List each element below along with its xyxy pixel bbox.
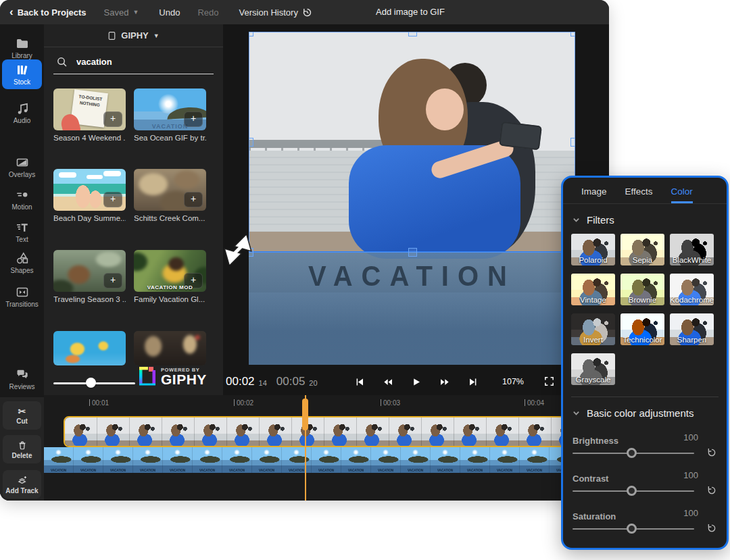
adjustments-section-header[interactable]: Basic color adjustments: [563, 397, 727, 426]
filter-sharpen[interactable]: Sharpen: [670, 313, 714, 345]
play-button[interactable]: [411, 377, 421, 387]
edit-tools-section: ✂ Cut Delete Add Track: [0, 397, 44, 501]
gif-card[interactable]: VACATION MOD + Family Vacation Gl...: [134, 250, 206, 303]
gif-card[interactable]: [134, 331, 206, 365]
filmstrip-frame: [260, 417, 292, 446]
gif-clip-frame: VACATION: [490, 447, 520, 473]
skip-start-button[interactable]: [354, 377, 364, 387]
gif-card[interactable]: + Schitts Creek Com...: [134, 169, 206, 222]
playhead[interactable]: [302, 399, 308, 430]
gif-card[interactable]: TO-DOLISTNOTHING + Season 4 Weekend ...: [53, 88, 126, 142]
sidebar-item-label: Reviews: [9, 383, 35, 390]
rewind-button[interactable]: [383, 377, 393, 387]
filter-kodachrome[interactable]: Kodachrome: [670, 274, 714, 305]
filters-section-header[interactable]: Filters: [563, 204, 727, 232]
video-clip[interactable]: [64, 416, 566, 447]
add-gif-button[interactable]: +: [184, 192, 203, 207]
brightness-slider-knob[interactable]: [627, 448, 637, 458]
search-input[interactable]: [76, 57, 191, 67]
filter-invert[interactable]: Invert: [571, 313, 615, 345]
fullscreen-button[interactable]: [543, 376, 555, 387]
tab-image[interactable]: Image: [581, 186, 607, 203]
cut-button[interactable]: ✂ Cut: [3, 401, 41, 430]
filter-polaroid[interactable]: Polaroid: [571, 234, 615, 265]
version-history-button[interactable]: Version History: [239, 7, 312, 18]
video-canvas[interactable]: VACATION: [249, 32, 575, 365]
sidebar-item-overlays[interactable]: Overlays: [0, 151, 44, 178]
contrast-label: Contrast: [573, 474, 608, 484]
saturation-reset-button[interactable]: [706, 523, 717, 534]
sidebar-item-audio[interactable]: Audio: [0, 97, 44, 124]
gif-card[interactable]: + Beach Day Summe...: [53, 169, 126, 222]
resize-handle-mid-right[interactable]: [570, 138, 575, 147]
filter-technicolor[interactable]: Technicolor: [620, 313, 664, 345]
gif-card[interactable]: VACATION + Sea Ocean GIF by tr...: [134, 88, 206, 142]
undo-button[interactable]: Undo: [159, 7, 180, 18]
add-gif-button[interactable]: +: [103, 273, 122, 288]
filter-blackwhite[interactable]: BlackWhite: [670, 234, 714, 265]
gif-thumbnail: TO-DOLISTNOTHING +: [53, 88, 126, 130]
sidebar-item-shapes[interactable]: Shapes: [0, 247, 44, 274]
add-track-button[interactable]: Add Track: [3, 470, 41, 499]
sidebar-item-label: Overlays: [9, 171, 35, 178]
adjustments-title: Basic color adjustments: [587, 407, 694, 419]
back-to-projects-button[interactable]: ‹ Back to Projects: [9, 7, 87, 18]
sidebar-item-label: Shapes: [11, 267, 34, 274]
caret-down-icon: ▼: [153, 32, 160, 39]
sidebar-item-motion[interactable]: Motion: [0, 184, 44, 211]
sidebar-item-label: Audio: [14, 117, 31, 124]
timeline[interactable]: 00:01 00:02 00:03 00:04 VACATION VACATIO…: [44, 395, 609, 501]
gif-clip-frame: VACATION: [252, 447, 282, 473]
filter-vintage[interactable]: Vintage: [571, 274, 615, 305]
brightness-reset-button[interactable]: [706, 447, 717, 458]
text-icon: [16, 220, 29, 234]
zoom-level[interactable]: 107%: [502, 368, 524, 395]
contrast-slider[interactable]: [573, 490, 694, 492]
add-gif-button[interactable]: +: [184, 111, 203, 127]
caret-down-icon: ▼: [132, 9, 139, 16]
slider-knob[interactable]: [86, 378, 96, 388]
gif-clip-frame: VACATION: [74, 447, 103, 473]
contrast-slider-knob[interactable]: [627, 486, 637, 496]
saturation-slider-knob[interactable]: [627, 524, 637, 534]
delete-button[interactable]: Delete: [3, 435, 41, 463]
add-gif-button[interactable]: +: [103, 192, 122, 207]
gif-clip-frame: VACATION: [193, 447, 222, 473]
thumbnail-size-slider[interactable]: [53, 378, 135, 388]
brightness-slider[interactable]: [573, 453, 694, 454]
gif-thumbnail: VACATION MOD +: [134, 250, 206, 292]
gif-clip-frame: VACATION: [431, 447, 460, 473]
contrast-reset-button[interactable]: [706, 485, 717, 496]
stock-source-dropdown[interactable]: GIPHY ▼: [44, 24, 223, 47]
vacation-gif-overlay[interactable]: VACATION: [249, 251, 575, 365]
resize-handle-top-right[interactable]: [570, 32, 575, 36]
sidebar-item-transitions[interactable]: Transitions: [0, 281, 44, 308]
rotate-handle-top-center[interactable]: [408, 32, 417, 36]
sidebar-item-label: Motion: [11, 203, 32, 211]
gif-clip-frame: VACATION: [312, 447, 341, 473]
add-gif-button[interactable]: +: [103, 111, 122, 127]
fast-forward-button[interactable]: [439, 377, 449, 387]
gif-card-label: Traveling Season 3 ...: [53, 295, 126, 303]
saved-dropdown[interactable]: Saved ▼: [104, 7, 139, 18]
gif-card-label: Beach Day Summe...: [53, 214, 126, 222]
filter-grayscale[interactable]: Grayscale: [571, 353, 615, 385]
redo-button[interactable]: Redo: [197, 7, 218, 18]
tab-effects[interactable]: Effects: [625, 186, 653, 203]
gif-card[interactable]: [53, 331, 126, 365]
filmstrip-frame: [97, 417, 130, 446]
resize-handle-top-left[interactable]: [249, 32, 253, 36]
saturation-slider[interactable]: [573, 528, 694, 530]
sidebar-item-text[interactable]: Text: [0, 216, 44, 243]
filter-brownie[interactable]: Brownie: [620, 274, 664, 305]
tab-color[interactable]: Color: [671, 186, 693, 203]
sidebar-item-library[interactable]: Library: [0, 32, 44, 59]
sidebar-item-reviews[interactable]: Reviews: [0, 363, 44, 390]
filter-sepia[interactable]: Sepia: [620, 234, 664, 265]
giphy-logo-icon: [139, 366, 156, 386]
gif-clip-frame: VACATION: [44, 447, 74, 473]
sidebar-item-stock[interactable]: Stock: [2, 59, 42, 89]
stock-source-label: GIPHY: [121, 30, 148, 41]
gif-card[interactable]: + Traveling Season 3 ...: [53, 250, 126, 303]
skip-end-button[interactable]: [468, 377, 478, 387]
